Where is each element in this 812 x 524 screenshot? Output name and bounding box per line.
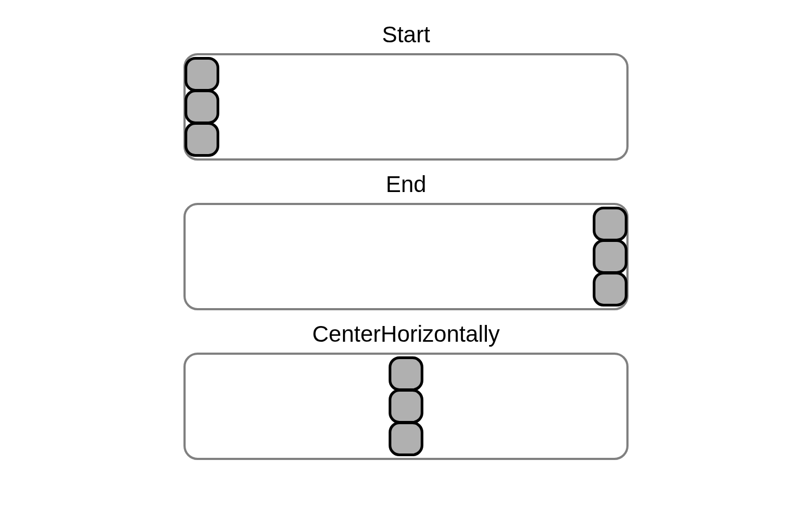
layout-item bbox=[389, 421, 423, 456]
container-start bbox=[183, 53, 629, 161]
layout-item bbox=[593, 239, 627, 274]
layout-item bbox=[389, 389, 423, 424]
layout-item bbox=[185, 122, 219, 157]
layout-item bbox=[389, 356, 423, 391]
alignment-section-center: CenterHorizontally bbox=[183, 321, 629, 460]
alignment-section-start: Start bbox=[183, 22, 629, 161]
alignment-section-end: End bbox=[183, 171, 629, 310]
section-label: End bbox=[386, 171, 427, 197]
section-label: CenterHorizontally bbox=[312, 321, 499, 347]
layout-item bbox=[185, 57, 219, 92]
container-end bbox=[183, 203, 629, 310]
container-center bbox=[183, 353, 629, 460]
layout-item bbox=[593, 207, 627, 241]
section-label: Start bbox=[382, 22, 430, 48]
layout-item bbox=[593, 272, 627, 306]
layout-item bbox=[185, 90, 219, 124]
